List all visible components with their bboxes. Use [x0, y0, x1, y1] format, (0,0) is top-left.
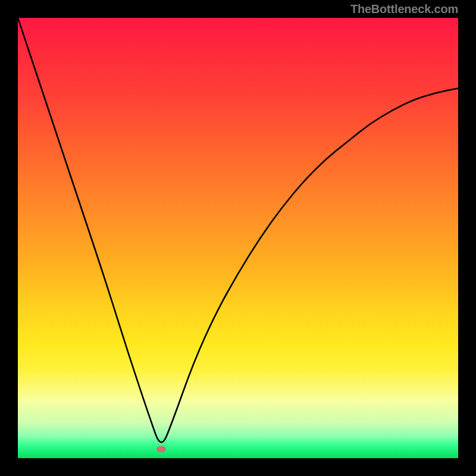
chart-frame: TheBottleneck.com — [0, 0, 476, 476]
watermark-text: TheBottleneck.com — [350, 0, 458, 18]
bottleneck-curve — [18, 18, 458, 458]
optimum-marker — [156, 446, 166, 452]
curve-path — [18, 18, 458, 442]
plot-area — [18, 18, 458, 458]
